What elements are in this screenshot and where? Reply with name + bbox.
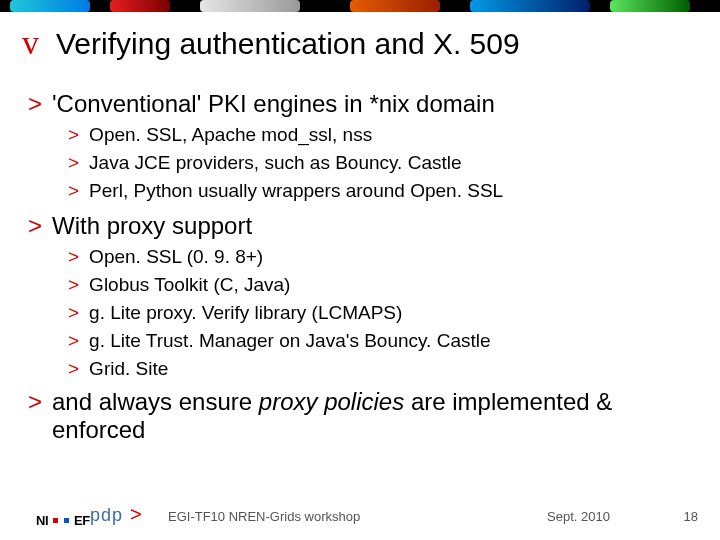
decorative-top-band	[0, 0, 720, 12]
title-row: v Verifying authentication and X. 509	[22, 24, 520, 62]
page-number: 18	[684, 509, 698, 524]
bullet-text: Java JCE providers, such as Bouncy. Cast…	[89, 152, 461, 174]
chevron-icon: >	[68, 180, 79, 202]
chevron-icon: >	[68, 124, 79, 146]
chevron-icon: >	[28, 388, 42, 444]
bullet-text: Globus Toolkit (C, Java)	[89, 274, 290, 296]
bullet-level2: > Open. SSL, Apache mod_ssl, nss	[68, 124, 688, 146]
chevron-icon: >	[28, 212, 42, 240]
bullet-text: Grid. Site	[89, 358, 168, 380]
chevron-icon: >	[68, 358, 79, 380]
chevron-icon: >	[68, 274, 79, 296]
bullet-level1: > With proxy support	[28, 212, 688, 240]
bullet-text: With proxy support	[52, 212, 252, 240]
chevron-icon: >	[130, 503, 142, 526]
slide: v Verifying authentication and X. 509 > …	[0, 0, 720, 540]
chevron-icon: >	[68, 302, 79, 324]
bullet-level1: > and always ensure proxy policies are i…	[28, 388, 688, 444]
logo-square-red-icon	[53, 518, 58, 523]
bullet-text: and always ensure proxy policies are imp…	[52, 388, 688, 444]
slide-body: > 'Conventional' PKI engines in *nix dom…	[28, 80, 688, 444]
bullet-text: Open. SSL, Apache mod_ssl, nss	[89, 124, 372, 146]
chevron-icon: >	[28, 90, 42, 118]
logo-square-blue-icon	[64, 518, 69, 523]
bullet-text: g. Lite proxy. Verify library (LCMAPS)	[89, 302, 402, 324]
bullet-level2: > Perl, Python usually wrappers around O…	[68, 180, 688, 202]
bullet-v-icon: v	[22, 24, 40, 62]
footer-date: Sept. 2010	[547, 509, 610, 524]
bullet-text: 'Conventional' PKI engines in *nix domai…	[52, 90, 495, 118]
slide-title: Verifying authentication and X. 509	[56, 27, 520, 61]
bullet-level2: > Globus Toolkit (C, Java)	[68, 274, 688, 296]
chevron-icon: >	[68, 330, 79, 352]
chevron-icon: >	[68, 246, 79, 268]
bullet-text: g. Lite Trust. Manager on Java's Bouncy.…	[89, 330, 490, 352]
bullet-text: Open. SSL (0. 9. 8+)	[89, 246, 263, 268]
nikhef-logo: NI EF	[36, 513, 90, 528]
bullet-level2: > Java JCE providers, such as Bouncy. Ca…	[68, 152, 688, 174]
bullet-text: Perl, Python usually wrappers around Ope…	[89, 180, 503, 202]
bullet-level2: > Open. SSL (0. 9. 8+)	[68, 246, 688, 268]
chevron-icon: >	[68, 152, 79, 174]
footer: NI EF pdp > EGI-TF10 NREN-Grids workshop…	[0, 504, 720, 534]
footer-center-text: EGI-TF10 NREN-Grids workshop	[168, 509, 360, 524]
bullet-level2: > g. Lite proxy. Verify library (LCMAPS)	[68, 302, 688, 324]
bullet-level1: > 'Conventional' PKI engines in *nix dom…	[28, 90, 688, 118]
bullet-level2: > Grid. Site	[68, 358, 688, 380]
pdp-label: pdp	[90, 505, 123, 526]
bullet-level2: > g. Lite Trust. Manager on Java's Bounc…	[68, 330, 688, 352]
